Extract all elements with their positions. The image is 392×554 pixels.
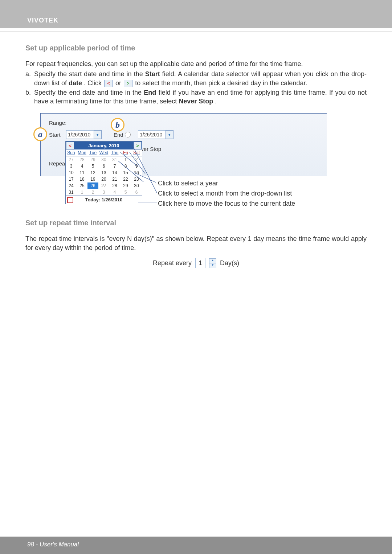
calendar-day-cell[interactable]: 16 — [131, 169, 142, 176]
calendar-day-cell[interactable]: 22 — [120, 176, 131, 182]
calendar-day-cell[interactable]: 14 — [109, 169, 120, 176]
step-letter: a. — [25, 70, 34, 87]
calendar-day-cell[interactable]: 15 — [120, 169, 131, 176]
dow-cell: Mon — [77, 149, 87, 156]
step-a: a. Specify the start date and time in th… — [25, 70, 367, 87]
calendar-grid: 2728293031123456789101112131415161718192… — [66, 156, 142, 196]
step-b: b. Specify the end date and time in the … — [25, 88, 367, 106]
callout-month: Click to select a month from the drop-do… — [158, 189, 292, 198]
brand-text: VIVOTEK — [27, 17, 58, 24]
repeat-unit-label: Day(s) — [220, 259, 239, 267]
calendar-day-cell[interactable]: 6 — [98, 163, 109, 169]
calendar-figure: a b Range: Start 1/26/2010 ▾ End 1/26/20… — [25, 113, 367, 207]
text: . — [215, 98, 217, 105]
page-content: Set up applicable period of time For rep… — [0, 32, 392, 268]
calendar-day-cell[interactable]: 29 — [87, 156, 98, 163]
dow-cell: Tue — [87, 149, 98, 156]
calendar-day-cell[interactable]: 8 — [120, 163, 131, 169]
stepper-up-icon[interactable]: ▲ — [209, 259, 216, 263]
calendar-day-cell[interactable]: 11 — [77, 169, 87, 176]
calendar-day-cell[interactable]: 29 — [120, 182, 131, 189]
section-title-1: Set up applicable period of time — [25, 43, 367, 53]
calendar-day-cell[interactable]: 23 — [131, 176, 142, 182]
range-label: Range: — [49, 119, 66, 127]
text: to select the month, then pick a desired… — [135, 79, 307, 87]
end-label: End — [114, 131, 123, 139]
calendar-day-cell[interactable]: 30 — [98, 156, 109, 163]
step-letter: b. — [25, 88, 34, 106]
repeat-stepper[interactable]: ▲ ▼ — [209, 258, 216, 268]
calendar-week-row: 272829303112 — [66, 156, 142, 163]
repeat-label: Repeat — [49, 160, 66, 167]
calendar-day-cell[interactable]: 2 — [87, 189, 98, 196]
text: or — [115, 79, 123, 87]
calendar-day-cell[interactable]: 18 — [77, 176, 87, 182]
calendar-day-cell[interactable]: 27 — [66, 156, 77, 163]
calendar-popup: < January, 2010 > SunMonTueWedThuFriSat … — [65, 141, 142, 204]
start-date-dropdown[interactable]: ▾ — [94, 130, 102, 139]
prev-month-icon[interactable]: < — [104, 80, 113, 87]
step-body: Specify the start date and time in the S… — [34, 70, 367, 87]
calendar-day-cell[interactable]: 7 — [109, 163, 120, 169]
dow-cell: Wed — [98, 149, 109, 156]
calendar-day-cell[interactable]: 21 — [109, 176, 120, 182]
calendar-week-row: 3456789 — [66, 163, 142, 169]
calendar-day-cell[interactable]: 12 — [87, 169, 98, 176]
calendar-day-cell[interactable]: 9 — [131, 163, 142, 169]
calendar-day-cell[interactable]: 4 — [109, 189, 120, 196]
text: . Click — [84, 79, 103, 87]
calendar-day-cell[interactable]: 17 — [66, 176, 77, 182]
calendar-day-cell[interactable]: 20 — [98, 176, 109, 182]
prev-month-button[interactable]: < — [66, 142, 74, 149]
dow-cell: Sun — [66, 149, 77, 156]
month-header[interactable]: < January, 2010 > — [66, 141, 142, 149]
repeat-value-field[interactable]: 1 — [195, 258, 205, 268]
calendar-day-cell[interactable]: 6 — [131, 189, 142, 196]
end-date-dropdown[interactable]: ▾ — [166, 130, 173, 139]
dow-cell: Sat — [131, 149, 142, 156]
calendar-day-cell[interactable]: 3 — [98, 189, 109, 196]
calendar-day-cell[interactable]: 25 — [77, 182, 87, 189]
stepper-down-icon[interactable]: ▼ — [209, 263, 216, 268]
calendar-day-cell[interactable]: 24 — [66, 182, 77, 189]
para2: The repeat time intervals is "every N da… — [25, 234, 367, 252]
footer-bar: 98 - User's Manual — [0, 537, 392, 554]
calendar-day-cell[interactable]: 31 — [109, 156, 120, 163]
calendar-day-cell[interactable]: 5 — [87, 163, 98, 169]
start-label: Start — [49, 131, 61, 139]
today-text: Today: 1/26/2010 — [85, 197, 122, 202]
today-link[interactable]: Today: 1/26/2010 — [66, 196, 142, 204]
calendar-day-cell[interactable]: 1 — [77, 189, 87, 196]
calendar-day-cell[interactable]: 30 — [131, 182, 142, 189]
calendar-day-cell[interactable]: 3 — [66, 163, 77, 169]
calendar-day-cell[interactable]: 2 — [131, 156, 142, 163]
callout-today: Click here to move the focus to the curr… — [158, 199, 295, 208]
end-date-field[interactable]: 1/26/2010 — [138, 130, 167, 139]
header-bar: VIVOTEK — [0, 0, 392, 28]
calendar-day-cell[interactable]: 5 — [120, 189, 131, 196]
calendar-week-row: 31123456 — [66, 189, 142, 196]
calendar-week-row: 24252627282930 — [66, 182, 142, 189]
calendar-day-cell[interactable]: 31 — [66, 189, 77, 196]
calendar-day-cell[interactable]: 28 — [109, 182, 120, 189]
start-date-field[interactable]: 1/26/2010 — [66, 130, 95, 139]
calendar-day-cell[interactable]: 4 — [77, 163, 87, 169]
calendar-week-row: 17181920212223 — [66, 176, 142, 182]
calendar-day-cell[interactable]: 26 — [87, 182, 98, 189]
calendar-day-cell[interactable]: 10 — [66, 169, 77, 176]
calendar-day-cell[interactable]: 1 — [120, 156, 131, 163]
dow-cell: Thu — [109, 149, 120, 156]
repeat-every-label: Repeat every — [153, 259, 192, 267]
dow-cell: Fri — [120, 149, 131, 156]
calendar-day-cell[interactable]: 28 — [77, 156, 87, 163]
repeat-interval-figure: Repeat every 1 ▲ ▼ Day(s) — [25, 258, 367, 268]
step-body: Specify the end date and time in the End… — [34, 88, 367, 106]
calendar-day-cell[interactable]: 19 — [87, 176, 98, 182]
next-month-icon[interactable]: > — [124, 80, 132, 87]
calendar-day-cell[interactable]: 13 — [98, 169, 109, 176]
next-month-button[interactable]: > — [134, 142, 142, 149]
bold-date: date — [69, 79, 82, 87]
calendar-day-cell[interactable]: 27 — [98, 182, 109, 189]
month-title[interactable]: January, 2010 — [88, 143, 119, 149]
today-marker-icon — [67, 197, 73, 203]
